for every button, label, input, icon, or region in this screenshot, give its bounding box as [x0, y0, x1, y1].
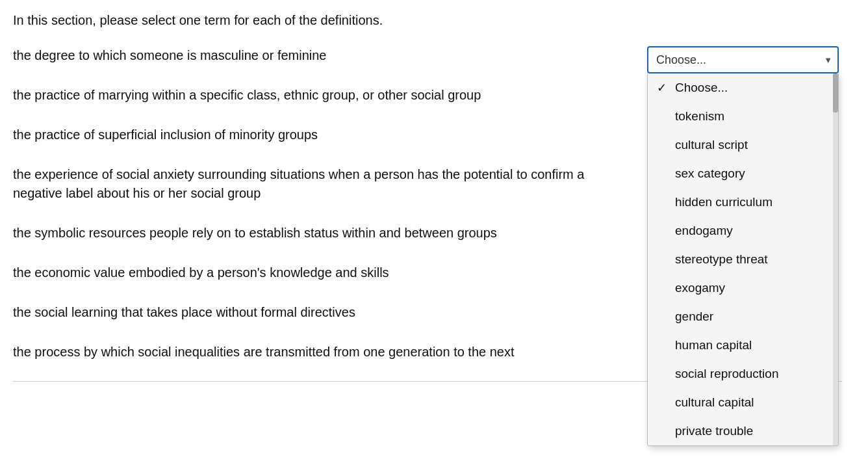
dropdown-item-tokenism[interactable]: ✓ tokenism — [648, 102, 832, 131]
dropdown-item-social-reproduction[interactable]: ✓ social reproduction — [648, 360, 832, 388]
definition-text-8: the process by which social inequalities… — [13, 343, 637, 362]
dropdown-item-stereotype-threat[interactable]: ✓ stereotype threat — [648, 245, 832, 274]
dropdown-items-container: ✓ Choose... ✓ tokenism ✓ cultural script… — [648, 73, 838, 445]
definition-text-3: the practice of superficial inclusion of… — [13, 126, 637, 144]
select-trigger-label: Choose... — [656, 53, 706, 67]
dropdown-item-gender[interactable]: ✓ gender — [648, 302, 832, 331]
definition-text-2: the practice of marrying within a specif… — [13, 86, 637, 105]
definition-text-4: the experience of social anxiety surroun… — [13, 165, 637, 203]
definitions-section: the degree to which someone is masculine… — [13, 46, 842, 382]
dropdown-item-cultural-capital[interactable]: ✓ cultural capital — [648, 388, 832, 417]
definition-text-1: the degree to which someone is masculine… — [13, 46, 637, 65]
definition-text-5: the symbolic resources people rely on to… — [13, 224, 637, 243]
chevron-down-icon: ▼ — [824, 55, 832, 65]
scrollbar-track[interactable] — [833, 73, 838, 445]
select-trigger[interactable]: Choose... ▼ — [647, 46, 839, 73]
dropdown-item-sex-category[interactable]: ✓ sex category — [648, 159, 832, 188]
dropdown-item-human-capital[interactable]: ✓ human capital — [648, 331, 832, 360]
dropdown-item-cultural-script[interactable]: ✓ cultural script — [648, 131, 832, 159]
definition-text-6: the economic value embodied by a person'… — [13, 263, 637, 282]
dropdown-item-private-trouble[interactable]: ✓ private trouble — [648, 417, 832, 445]
dropdown-menu: ✓ Choose... ✓ tokenism ✓ cultural script… — [647, 73, 839, 446]
open-dropdown-area: Choose... ▼ ✓ Choose... ✓ tok — [647, 46, 842, 446]
dropdown-item-choose[interactable]: ✓ Choose... — [648, 73, 832, 102]
definition-text-7: the social learning that takes place wit… — [13, 303, 637, 322]
page-container: In this section, please select one term … — [0, 0, 868, 395]
scrollbar-thumb[interactable] — [833, 73, 838, 112]
dropdown-item-hidden-curriculum[interactable]: ✓ hidden curriculum — [648, 188, 832, 217]
checkmark-icon: ✓ — [657, 81, 671, 95]
dropdown-item-exogamy[interactable]: ✓ exogamy — [648, 274, 832, 302]
dropdown-item-endogamy[interactable]: ✓ endogamy — [648, 217, 832, 245]
intro-text: In this section, please select one term … — [13, 13, 842, 28]
